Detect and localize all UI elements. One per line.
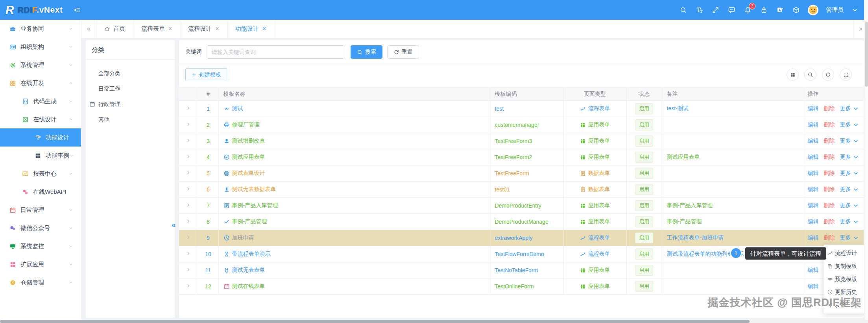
edit-link[interactable]: 编辑 xyxy=(808,154,819,160)
category-item-其他[interactable]: 其他 xyxy=(86,112,175,127)
sidebar-item-仓储管理[interactable]: 仓储管理 xyxy=(0,273,81,291)
sidebar-item-在线开发[interactable]: 在线开发 xyxy=(0,74,81,92)
delete-link[interactable]: 删除 xyxy=(824,202,835,208)
category-item-日常工作[interactable]: 日常工作 xyxy=(86,81,175,97)
more-link[interactable]: 更多 xyxy=(840,137,859,145)
tab-流程设计[interactable]: 流程设计× xyxy=(180,20,227,38)
more-link[interactable]: 更多 xyxy=(840,186,859,193)
column-header[interactable]: 备注 xyxy=(662,88,803,101)
sidebar-item-功能设计[interactable]: 功能设计 xyxy=(0,128,81,147)
search-button[interactable]: 搜索 xyxy=(351,45,382,59)
sidebar-item-功能事例[interactable]: 功能事例 xyxy=(0,147,81,165)
expand-cell[interactable] xyxy=(179,230,198,246)
category-item-行政管理[interactable]: 行政管理 xyxy=(86,97,175,112)
menu-fold-button[interactable] xyxy=(74,6,81,14)
category-item-全部分类[interactable]: 全部分类 xyxy=(86,66,175,81)
delete-link[interactable]: 删除 xyxy=(824,186,835,192)
table-search-button[interactable] xyxy=(804,69,816,81)
delete-link[interactable]: 删除 xyxy=(824,234,835,241)
expand-cell[interactable] xyxy=(179,246,198,262)
sidebar-item-业务协同[interactable]: 业务协同 xyxy=(0,20,81,38)
create-template-button[interactable]: 创建模板 xyxy=(185,68,227,81)
template-name-link[interactable]: 测试增删改查 xyxy=(232,137,265,145)
edit-link[interactable]: 编辑 xyxy=(808,105,819,111)
sidebar-item-在线设计[interactable]: 在线设计 xyxy=(0,110,81,128)
expand-cell[interactable] xyxy=(179,262,198,278)
horizontal-scrollbar-thumb[interactable] xyxy=(0,320,750,323)
expand-cell[interactable] xyxy=(179,214,198,230)
template-name-link[interactable]: 测试表单设计 xyxy=(232,170,265,177)
template-name-link[interactable]: 测试在线表单 xyxy=(232,283,265,290)
sidebar-item-系统管理[interactable]: 系统管理 xyxy=(0,56,81,74)
close-icon[interactable]: × xyxy=(168,25,172,32)
package-button[interactable] xyxy=(792,6,800,14)
delete-link[interactable]: 删除 xyxy=(824,154,835,160)
more-link[interactable]: 更多 xyxy=(840,234,859,241)
translate-button[interactable] xyxy=(776,6,784,14)
horizontal-scrollbar[interactable] xyxy=(0,320,868,323)
expand-cell[interactable] xyxy=(179,165,198,182)
delete-link[interactable]: 删除 xyxy=(824,218,835,225)
template-name-link[interactable]: 修理厂管理 xyxy=(232,121,260,128)
expand-cell[interactable] xyxy=(179,117,198,133)
tab-流程表单[interactable]: 流程表单× xyxy=(133,20,180,38)
template-name-link[interactable]: 测试无表数据表单 xyxy=(232,186,276,193)
expand-cell[interactable] xyxy=(179,182,198,198)
sidebar-item-扩展应用[interactable]: 扩展应用 xyxy=(0,255,81,273)
close-icon[interactable]: × xyxy=(262,25,266,32)
menu-item-预览模版[interactable]: 预览模版 xyxy=(824,273,864,286)
expand-cell[interactable] xyxy=(179,278,198,295)
edit-link[interactable]: 编辑 xyxy=(808,121,819,128)
column-header[interactable]: 模板名称 xyxy=(218,88,490,101)
template-name-link[interactable]: 加班申请 xyxy=(232,234,254,241)
expand-cell[interactable] xyxy=(179,101,198,117)
lock-button[interactable] xyxy=(759,6,768,14)
tab-首页[interactable]: 首页 xyxy=(96,20,133,38)
close-icon[interactable]: × xyxy=(215,25,219,32)
template-name-link[interactable]: 带流程表单演示 xyxy=(232,251,271,258)
font-size-button[interactable] xyxy=(695,6,704,14)
table-fullscreen-button[interactable] xyxy=(840,69,852,81)
template-name-link[interactable]: 事例-产品管理 xyxy=(232,218,267,225)
sidebar-item-报表中心[interactable]: 报表中心 xyxy=(0,165,81,183)
user-avatar[interactable] xyxy=(808,5,818,15)
edit-link[interactable]: 编辑 xyxy=(808,283,819,289)
fullscreen-exchange-button[interactable] xyxy=(711,6,720,14)
more-link[interactable]: 更多 xyxy=(840,218,859,225)
tab-功能设计[interactable]: 功能设计× xyxy=(227,20,274,38)
sidebar-item-在线WebAPI[interactable]: 在线WebAPI xyxy=(0,183,81,201)
column-header[interactable] xyxy=(179,88,198,101)
delete-link[interactable]: 删除 xyxy=(824,137,835,144)
message-button[interactable] xyxy=(727,6,736,14)
layout-grid-button[interactable] xyxy=(787,69,799,81)
menu-item-流程设计[interactable]: 流程设计 xyxy=(824,247,864,260)
edit-link[interactable]: 编辑 xyxy=(808,137,819,144)
column-header[interactable]: 页面类型 xyxy=(563,88,626,101)
sidebar-item-组织架构[interactable]: 组织架构 xyxy=(0,38,81,56)
sidebar-item-微信公众号[interactable]: 微信公众号 xyxy=(0,219,81,237)
template-name-link[interactable]: 测试应用表单 xyxy=(232,154,265,161)
column-header[interactable]: 状态 xyxy=(626,88,662,101)
edit-link[interactable]: 编辑 xyxy=(808,218,819,225)
edit-link[interactable]: 编辑 xyxy=(808,202,819,208)
user-name[interactable]: 管理员 xyxy=(826,6,844,14)
column-header[interactable]: 模板编码 xyxy=(490,88,563,101)
panel-collapse-handle[interactable]: « xyxy=(172,221,176,229)
delete-link[interactable]: 删除 xyxy=(824,170,835,176)
expand-cell[interactable] xyxy=(179,133,198,149)
delete-link[interactable]: 删除 xyxy=(824,105,835,111)
expand-cell[interactable] xyxy=(179,149,198,165)
column-header[interactable]: # xyxy=(198,88,218,101)
more-link[interactable]: 更多 xyxy=(840,121,859,128)
edit-link[interactable]: 编辑 xyxy=(808,170,819,176)
more-link[interactable]: 更多 xyxy=(840,105,859,112)
more-link[interactable]: 更多 xyxy=(840,170,859,177)
edit-link[interactable]: 编辑 xyxy=(808,186,819,192)
template-name-link[interactable]: 事例-产品入库管理 xyxy=(232,202,278,209)
more-link[interactable]: 更多 xyxy=(840,202,859,209)
vertical-scrollbar-thumb[interactable] xyxy=(865,22,868,87)
sidebar-item-代码生成[interactable]: 代码生成 xyxy=(0,92,81,110)
delete-link[interactable]: 删除 xyxy=(824,121,835,128)
column-header[interactable]: 操作 xyxy=(803,88,864,101)
keyword-input[interactable] xyxy=(207,45,345,59)
